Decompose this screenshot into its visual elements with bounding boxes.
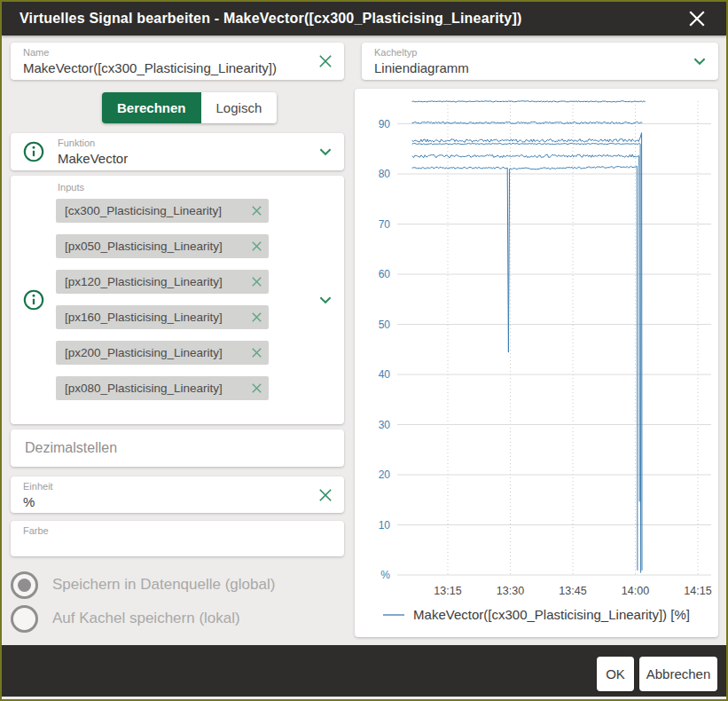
- input-chip: [px200_Plasticising_Linearity]: [56, 341, 269, 365]
- inputs-field[interactable]: Inputs [cx300_Plasticising_Linearity][px…: [11, 176, 344, 424]
- legend-item: MakeVector([cx300_Plasticising_Linearity…: [383, 607, 690, 622]
- input-chip-label: [px160_Plasticising_Linearity]: [65, 311, 250, 324]
- name-clear-icon[interactable]: [317, 53, 333, 69]
- funktion-info-icon[interactable]: [23, 141, 44, 162]
- y-tick-label: 80: [379, 168, 391, 180]
- cancel-button[interactable]: Abbrechen: [639, 657, 717, 691]
- radio-button[interactable]: [11, 605, 38, 633]
- close-icon: [688, 10, 706, 28]
- funktion-label: Funktion: [58, 138, 344, 149]
- kacheltyp-field[interactable]: Kacheltyp Liniendiagramm: [362, 43, 718, 80]
- x-tick-label: 14:15: [684, 585, 711, 597]
- y-tick-label: 90: [379, 118, 391, 130]
- y-tick-label: 70: [379, 218, 391, 231]
- kacheltyp-value: Liniendiagramm: [374, 60, 706, 76]
- name-label: Name: [23, 47, 332, 59]
- input-chip: [px050_Plasticising_Linearity]: [56, 234, 269, 258]
- radio-label: Auf Kachel speichern (lokal): [52, 610, 240, 627]
- farbe-label: Farbe: [23, 525, 332, 537]
- radio-label: Speichern in Datenquelle (global): [52, 576, 275, 594]
- chart-series-line: [412, 101, 645, 102]
- input-chip: [px160_Plasticising_Linearity]: [56, 305, 269, 329]
- chart-series-line: [412, 143, 641, 572]
- chip-remove-icon[interactable]: [250, 346, 263, 359]
- y-tick-label: 10: [379, 519, 391, 532]
- funktion-chevron-down-icon[interactable]: [317, 144, 333, 160]
- x-tick-label: 13:30: [497, 585, 524, 597]
- chip-remove-icon[interactable]: [250, 240, 263, 253]
- x-tick-label: 14:00: [622, 585, 649, 597]
- radio-button[interactable]: [11, 571, 38, 599]
- x-tick-label: 13:45: [559, 585, 586, 597]
- einheit-field[interactable]: Einheit %: [11, 477, 344, 513]
- inputs-info-icon[interactable]: [23, 289, 44, 311]
- x-tick-label: 13:15: [434, 585, 461, 597]
- line-chart: %10203040506070809013:1513:3013:4514:001…: [355, 89, 718, 637]
- edit-virtual-signal-dialog: Virtuelles Signal bearbeiten - MakeVecto…: [0, 0, 728, 701]
- tab-logisch[interactable]: Logisch: [201, 92, 278, 123]
- input-chip-label: [px200_Plasticising_Linearity]: [65, 346, 250, 359]
- dialog-title: Virtuelles Signal bearbeiten - MakeVecto…: [20, 11, 522, 27]
- chart-legend: MakeVector([cx300_Plasticising_Linearity…: [355, 607, 718, 622]
- y-tick-label: 30: [379, 419, 391, 431]
- input-chip-label: [px050_Plasticising_Linearity]: [65, 240, 250, 253]
- dialog-footer: OK Abbrechen: [2, 645, 726, 697]
- y-tick-label: 50: [379, 319, 391, 331]
- funktion-value: MakeVector: [58, 151, 344, 167]
- input-chip-label: [px120_Plasticising_Linearity]: [65, 275, 250, 288]
- y-tick-label: %: [380, 569, 390, 581]
- input-chip-label: [px080_Plasticising_Linearity]: [65, 382, 250, 395]
- chart-series-line: [412, 154, 639, 501]
- kacheltyp-chevron-down-icon[interactable]: [692, 53, 708, 69]
- tab-group: BerechnenLogisch: [102, 92, 277, 123]
- close-button[interactable]: [685, 7, 708, 30]
- einheit-value: %: [23, 494, 332, 510]
- input-chip: [cx300_Plasticising_Linearity]: [56, 199, 269, 223]
- radio-save-global[interactable]: Speichern in Datenquelle (global): [11, 571, 275, 599]
- ok-button[interactable]: OK: [597, 657, 634, 691]
- line-chart-svg: %10203040506070809013:1513:3013:4514:001…: [355, 89, 718, 605]
- input-chip: [px080_Plasticising_Linearity]: [56, 376, 269, 400]
- dezimalstellen-field[interactable]: Dezimalstellen: [11, 429, 344, 467]
- chart-series-line: [412, 166, 638, 570]
- funktion-field[interactable]: Funktion MakeVector: [11, 133, 344, 170]
- name-value: MakeVector([cx300_Plasticising_Linearity…: [23, 60, 332, 76]
- kacheltyp-label: Kacheltyp: [374, 47, 706, 59]
- chip-remove-icon[interactable]: [250, 382, 263, 395]
- dialog-title-bar: Virtuelles Signal bearbeiten - MakeVecto…: [2, 2, 726, 35]
- input-chip: [px120_Plasticising_Linearity]: [56, 270, 269, 294]
- input-chip-label: [cx300_Plasticising_Linearity]: [65, 204, 250, 217]
- einheit-clear-icon[interactable]: [317, 487, 333, 503]
- y-tick-label: 60: [379, 268, 391, 280]
- name-field[interactable]: Name MakeVector([cx300_Plasticising_Line…: [11, 43, 344, 80]
- chart-series-line: [412, 133, 642, 571]
- farbe-field[interactable]: Farbe: [11, 521, 344, 556]
- einheit-label: Einheit: [23, 481, 332, 492]
- inputs-chevron-down-icon[interactable]: [317, 292, 333, 308]
- radio-save-local[interactable]: Auf Kachel speichern (lokal): [11, 604, 240, 633]
- dezimalstellen-placeholder: Dezimalstellen: [25, 440, 117, 456]
- tab-berechnen[interactable]: Berechnen: [102, 92, 201, 123]
- y-tick-label: 20: [379, 469, 391, 481]
- chip-remove-icon[interactable]: [250, 275, 263, 288]
- y-tick-label: 40: [379, 368, 391, 381]
- legend-line-sample: [383, 614, 404, 616]
- inputs-label: Inputs: [58, 182, 84, 193]
- chip-remove-icon[interactable]: [250, 311, 263, 324]
- legend-label: MakeVector([cx300_Plasticising_Linearity…: [413, 607, 690, 622]
- chip-remove-icon[interactable]: [250, 204, 263, 217]
